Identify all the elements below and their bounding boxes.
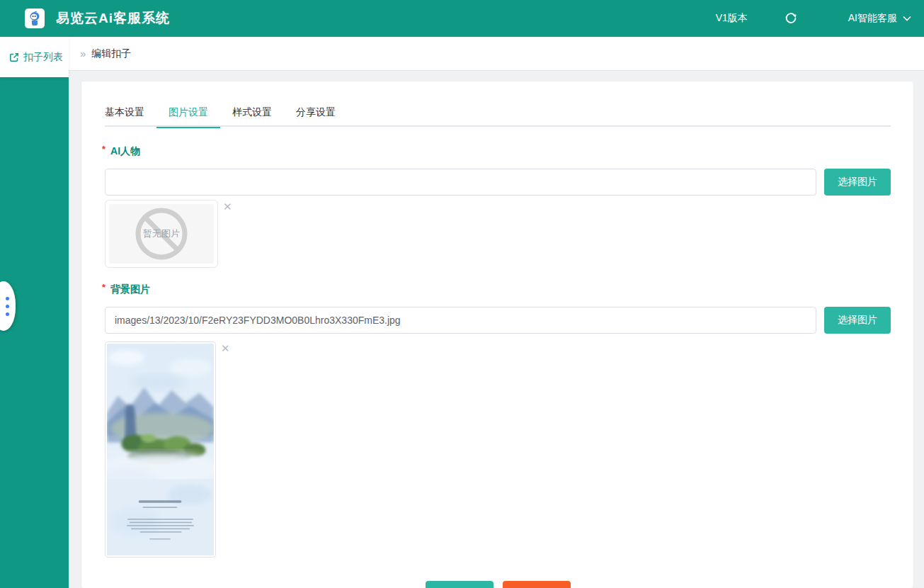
handle-dot xyxy=(6,297,9,300)
ai-character-preview: 暂无图片 xyxy=(105,200,218,268)
background-choose-image-button[interactable]: 选择图片 xyxy=(824,307,891,334)
remove-background-image-icon[interactable]: ✕ xyxy=(221,343,230,354)
no-image-placeholder: 暂无图片 xyxy=(109,204,214,264)
tab-share-settings[interactable]: 分享设置 xyxy=(284,98,348,127)
remove-ai-character-image-icon[interactable]: ✕ xyxy=(223,201,232,212)
required-mark: * xyxy=(102,144,105,154)
ai-character-input[interactable] xyxy=(105,169,816,196)
sidebar-item-button-list[interactable]: 扣子列表 xyxy=(0,37,69,77)
cancel-edit-button[interactable]: 取消编辑 xyxy=(503,581,571,588)
sidebar-item-label: 扣子列表 xyxy=(23,51,63,64)
settings-tabs: 基本设置 图片设置 样式设置 分享设置 xyxy=(105,98,891,127)
background-image-field-row: 选择图片 xyxy=(105,307,891,334)
breadcrumb: » 编辑扣子 xyxy=(69,37,924,71)
account-dropdown[interactable]: AI智能客服 xyxy=(848,12,911,25)
background-image-preview xyxy=(105,341,216,558)
tab-style-settings[interactable]: 样式设置 xyxy=(220,98,284,127)
breadcrumb-current: 编辑扣子 xyxy=(91,47,131,60)
refresh-icon[interactable] xyxy=(785,12,797,25)
tab-basic-settings[interactable]: 基本设置 xyxy=(105,98,156,127)
handle-dot xyxy=(6,305,9,308)
app-title: 易览云Ai客服系统 xyxy=(56,9,170,28)
app-root: 易览云Ai客服系统 V1版本 AI智能客服 xyxy=(0,0,924,588)
required-mark: * xyxy=(102,282,105,293)
ai-character-label: *AI人物 xyxy=(105,145,891,158)
edit-card: 基本设置 图片设置 样式设置 分享设置 *AI人物 选择图片 暂无图片 xyxy=(81,81,913,588)
tab-image-settings[interactable]: 图片设置 xyxy=(156,98,220,127)
ai-character-choose-image-button[interactable]: 选择图片 xyxy=(824,169,891,196)
background-preview-row: ✕ xyxy=(105,341,891,558)
robot-logo-icon xyxy=(27,11,42,26)
ai-character-preview-row: 暂无图片 ✕ xyxy=(105,200,891,268)
ai-character-field-row: 选择图片 xyxy=(105,169,891,196)
external-link-icon xyxy=(9,52,19,62)
breadcrumb-separator-icon: » xyxy=(80,47,86,60)
background-image-label: *背景图片 xyxy=(105,283,891,296)
header-right: V1版本 AI智能客服 xyxy=(716,0,924,37)
version-label[interactable]: V1版本 xyxy=(716,12,748,25)
chevron-down-icon xyxy=(903,16,911,21)
account-name: AI智能客服 xyxy=(848,12,897,25)
background-image-input[interactable] xyxy=(105,307,816,334)
watercolor-landscape-image xyxy=(107,344,214,555)
top-header: 易览云Ai客服系统 V1版本 AI智能客服 xyxy=(0,0,924,37)
handle-dot xyxy=(6,312,9,316)
form-actions: 保存数据 取消编辑 xyxy=(105,581,891,588)
app-logo xyxy=(25,9,45,28)
no-image-text: 暂无图片 xyxy=(143,227,180,240)
save-data-button[interactable]: 保存数据 xyxy=(426,581,494,588)
